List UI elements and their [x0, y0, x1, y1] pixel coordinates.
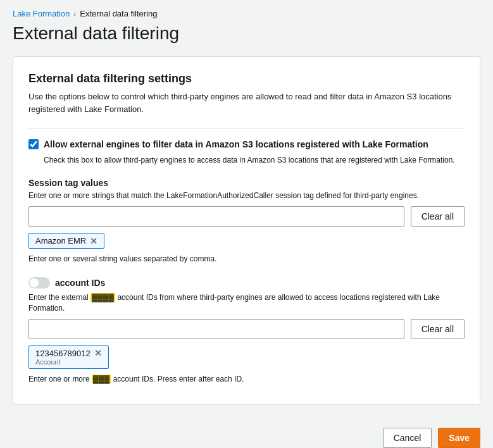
session-tags-container: Amazon EMR ✕	[28, 233, 465, 249]
account-ids-hint: Enter the external ▓▓▓▓ account IDs from…	[28, 292, 465, 314]
session-tags-clear-all-button[interactable]: Clear all	[411, 206, 465, 227]
account-ids-label: account IDs	[55, 278, 105, 288]
account-ids-clear-all-button[interactable]: Clear all	[411, 319, 465, 339]
account-ids-toggle[interactable]	[28, 277, 50, 289]
breadcrumb: Lake Formation › External data filtering	[0, 0, 493, 23]
cancel-button[interactable]: Cancel	[383, 428, 432, 448]
account-ids-entry-hint-highlight: ▓▓▓	[92, 375, 111, 383]
session-tags-input[interactable]	[28, 206, 404, 227]
account-tag-row: 123456789012 ✕	[35, 349, 102, 358]
breadcrumb-parent-link[interactable]: Lake Formation	[13, 9, 70, 18]
breadcrumb-separator: ›	[73, 9, 76, 18]
allow-engines-checkbox[interactable]	[28, 139, 39, 149]
card-title: External data filtering settings	[28, 72, 465, 85]
account-ids-section: account IDs Enter the external ▓▓▓▓ acco…	[28, 277, 465, 384]
account-tag-sublabel: Account	[35, 358, 61, 366]
main-content: External data filtering settings Use the…	[0, 56, 493, 418]
account-ids-input[interactable]	[28, 319, 404, 339]
session-tags-entry-hint: Enter one or several string values separ…	[28, 254, 465, 264]
card-description: Use the options below to control which t…	[28, 90, 465, 115]
account-ids-hint-highlight: ▓▓▓▓	[90, 293, 115, 302]
account-tag-remove-button[interactable]: ✕	[94, 349, 102, 358]
session-tags-section: Session tag values Enter one or more str…	[28, 178, 465, 264]
list-item: Amazon EMR ✕	[28, 233, 104, 249]
tag-label: Amazon EMR	[35, 236, 86, 246]
account-ids-header: account IDs	[28, 277, 465, 289]
tag-remove-button[interactable]: ✕	[90, 237, 97, 246]
checkbox-section: Allow external engines to filter data in…	[28, 139, 465, 165]
session-tags-label: Session tag values	[28, 178, 465, 188]
account-ids-tags-container: 123456789012 ✕ Account	[28, 345, 465, 369]
save-button[interactable]: Save	[438, 428, 480, 448]
settings-card: External data filtering settings Use the…	[13, 56, 480, 405]
allow-engines-label[interactable]: Allow external engines to filter data in…	[44, 139, 428, 151]
checkbox-hint: Check this box to allow third-party engi…	[44, 155, 465, 166]
session-tags-hint: Enter one or more strings that match the…	[28, 190, 465, 201]
account-ids-entry-hint: Enter one or more ▓▓▓ account IDs. Press…	[28, 374, 465, 385]
page-title: External data filtering	[0, 23, 493, 56]
account-id-value: 123456789012	[35, 349, 90, 358]
account-ids-input-row: Clear all	[28, 319, 465, 339]
session-tags-input-row: Clear all	[28, 206, 465, 227]
action-bar: Cancel Save	[0, 418, 493, 448]
list-item: 123456789012 ✕ Account	[28, 345, 109, 369]
checkbox-row: Allow external engines to filter data in…	[28, 139, 465, 151]
divider-1	[28, 128, 465, 128]
breadcrumb-current: External data filtering	[80, 9, 157, 18]
